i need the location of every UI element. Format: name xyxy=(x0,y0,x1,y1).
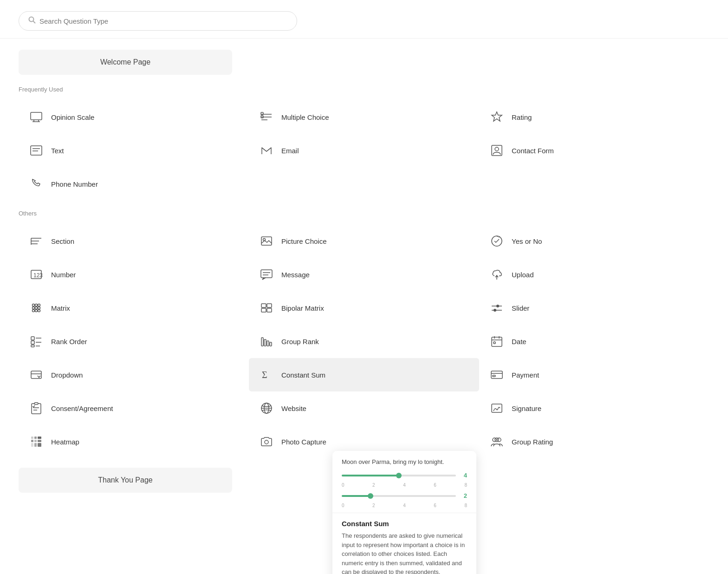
upload-icon xyxy=(488,266,505,283)
item-text[interactable]: Text xyxy=(19,134,249,167)
item-group-rank[interactable]: Group Rank xyxy=(249,325,479,358)
svg-rect-2 xyxy=(31,112,42,120)
camera-icon xyxy=(258,433,275,450)
item-picture-choice[interactable]: Picture Choice xyxy=(249,224,479,258)
item-opinion-scale[interactable]: Opinion Scale xyxy=(19,100,249,134)
item-heatmap[interactable]: Heatmap xyxy=(19,425,249,458)
item-email[interactable]: Email xyxy=(249,134,479,167)
item-phone-number-label: Phone Number xyxy=(51,180,98,188)
item-section[interactable]: Section xyxy=(19,224,249,258)
item-dropdown[interactable]: Dropdown xyxy=(19,358,249,391)
svg-rect-78 xyxy=(31,437,33,439)
svg-rect-24 xyxy=(261,237,272,245)
svg-point-87 xyxy=(265,440,268,444)
slider-labels-1: 02468 xyxy=(342,483,467,488)
email-icon xyxy=(258,142,275,159)
svg-rect-84 xyxy=(31,443,33,447)
tooltip-chart: Moon over Parma, bring my lo tonight. 4 … xyxy=(332,451,476,513)
group-rank-icon xyxy=(258,333,275,350)
rank-icon xyxy=(28,333,45,350)
svg-rect-58 xyxy=(267,341,269,346)
svg-rect-10 xyxy=(261,112,263,115)
matrix-icon xyxy=(28,300,45,316)
item-group-rating[interactable]: Group Rating xyxy=(479,425,709,458)
svg-rect-45 xyxy=(267,308,272,312)
item-yes-or-no[interactable]: Yes or No xyxy=(479,224,709,258)
item-bipolar-matrix[interactable]: Bipolar Matrix xyxy=(249,291,479,325)
tooltip-chart-title: Moon over Parma, bring my lo tonight. xyxy=(342,458,467,465)
item-number[interactable]: 123 Number xyxy=(19,258,249,291)
item-upload[interactable]: Upload xyxy=(479,258,709,291)
item-rank-order-label: Rank Order xyxy=(51,338,87,346)
svg-rect-86 xyxy=(38,443,41,447)
item-contact-form[interactable]: Contact Form xyxy=(479,134,709,167)
item-rating-label: Rating xyxy=(512,113,532,121)
yesno-icon xyxy=(488,233,505,249)
item-consent[interactable]: Consent/Agreement xyxy=(19,391,249,425)
bipolar-icon xyxy=(258,300,275,316)
item-message[interactable]: Message xyxy=(249,258,479,291)
item-dropdown-label: Dropdown xyxy=(51,371,83,379)
svg-rect-83 xyxy=(38,440,41,442)
item-number-label: Number xyxy=(51,271,76,279)
svg-rect-44 xyxy=(261,308,266,312)
slider-value-2: 2 xyxy=(460,492,467,499)
svg-rect-60 xyxy=(492,337,502,346)
main-content: Welcome Page Frequently Used Opinion Sca… xyxy=(0,39,728,504)
item-constant-sum[interactable]: Σ Constant Sum Moon over Parma, bring my… xyxy=(249,358,479,391)
welcome-page-button[interactable]: Welcome Page xyxy=(19,50,232,75)
svg-rect-77 xyxy=(492,404,502,412)
item-constant-sum-label: Constant Sum xyxy=(281,371,325,379)
item-phone-number[interactable]: Phone Number xyxy=(19,167,249,201)
item-date-label: Date xyxy=(512,338,526,346)
item-message-label: Message xyxy=(281,271,310,279)
thank-you-page-button[interactable]: Thank You Page xyxy=(19,468,232,493)
svg-rect-13 xyxy=(31,146,42,155)
contact-icon xyxy=(488,142,505,159)
item-multiple-choice[interactable]: Multiple Choice xyxy=(249,100,479,134)
picture-icon xyxy=(258,233,275,249)
item-yes-or-no-label: Yes or No xyxy=(512,237,542,245)
item-multiple-choice-label: Multiple Choice xyxy=(281,113,329,121)
message-icon xyxy=(258,266,275,283)
item-group-rank-label: Group Rank xyxy=(281,338,319,346)
search-input[interactable] xyxy=(39,17,287,25)
item-heatmap-label: Heatmap xyxy=(51,438,79,446)
svg-point-47 xyxy=(496,305,499,307)
signature-icon xyxy=(488,400,505,417)
item-website[interactable]: Website xyxy=(249,391,479,425)
item-opinion-scale-label: Opinion Scale xyxy=(51,113,94,121)
item-slider[interactable]: Slider xyxy=(479,291,709,325)
svg-point-38 xyxy=(38,307,40,309)
svg-rect-71 xyxy=(34,403,38,404)
text-box-icon xyxy=(28,142,45,159)
item-email-label: Email xyxy=(281,147,299,155)
svg-point-36 xyxy=(32,307,35,309)
svg-point-33 xyxy=(32,304,35,307)
search-icon xyxy=(28,16,36,26)
dropdown-icon xyxy=(28,366,45,383)
svg-rect-43 xyxy=(267,304,272,307)
search-bar[interactable] xyxy=(19,11,297,31)
svg-rect-51 xyxy=(31,341,34,344)
item-picture-choice-label: Picture Choice xyxy=(281,237,327,245)
star-icon xyxy=(488,109,505,125)
svg-rect-56 xyxy=(261,338,263,346)
item-photo-capture-label: Photo Capture xyxy=(281,438,326,446)
monitor-icon xyxy=(28,109,45,125)
others-label: Others xyxy=(19,210,709,217)
svg-rect-80 xyxy=(38,437,41,439)
item-signature-label: Signature xyxy=(512,404,541,412)
item-rank-order[interactable]: Rank Order xyxy=(19,325,249,358)
item-matrix[interactable]: Matrix xyxy=(19,291,249,325)
svg-text:123: 123 xyxy=(33,272,43,279)
constant-sum-tooltip: Moon over Parma, bring my lo tonight. 4 … xyxy=(332,451,476,574)
consent-icon xyxy=(28,400,45,417)
item-signature[interactable]: Signature xyxy=(479,391,709,425)
item-payment[interactable]: Payment xyxy=(479,358,709,391)
item-date[interactable]: Date xyxy=(479,325,709,358)
item-slider-label: Slider xyxy=(512,304,529,312)
slider-track-1 xyxy=(342,475,456,476)
item-rating[interactable]: Rating xyxy=(479,100,709,134)
slider-icon xyxy=(488,300,505,316)
